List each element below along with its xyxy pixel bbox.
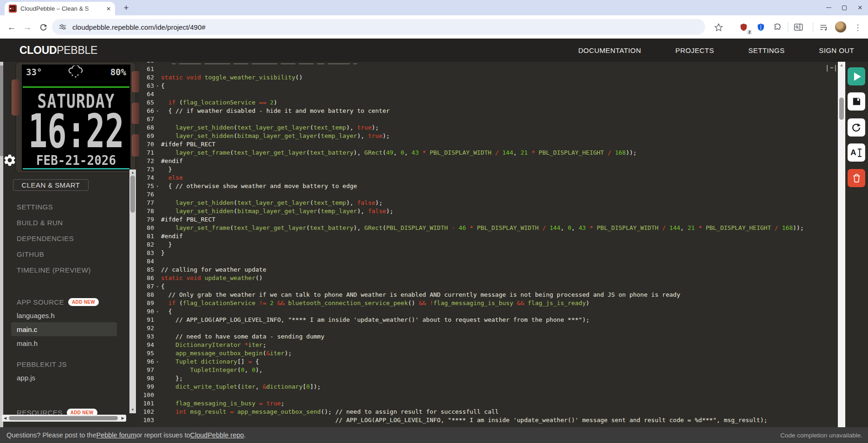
code-line[interactable]: 82 }: [139, 241, 838, 249]
editor-scrollbar-thumb[interactable]: [839, 98, 844, 120]
fold-arrow-icon[interactable]: ▾: [154, 82, 161, 90]
code-line[interactable]: 69 layer_set_hidden(bitmap_layer_get_lay…: [139, 132, 838, 140]
file-item-languages-h[interactable]: languages.h: [0, 308, 126, 322]
code-line[interactable]: 89 if (flag_locationService != 2 && blue…: [139, 299, 838, 307]
code-line[interactable]: 88 // Only grab the weather if we can ta…: [139, 291, 838, 299]
new-tab-button[interactable]: +: [121, 2, 132, 13]
code-line[interactable]: 62static void toggle_weather_visibility(…: [139, 73, 838, 82]
nav-documentation[interactable]: DOCUMENTATION: [578, 46, 641, 54]
code-line[interactable]: 72#endif: [139, 157, 838, 165]
cloudpebble-repo-link[interactable]: CloudPebble repo: [190, 431, 244, 439]
code-line[interactable]: 75▾ { // otherwise show weather and move…: [139, 182, 838, 190]
save-button[interactable]: [848, 92, 865, 111]
fold-arrow-icon[interactable]: ▾: [154, 182, 161, 190]
forward-icon[interactable]: →: [21, 21, 33, 33]
code-line[interactable]: 90▾ {: [139, 307, 838, 316]
code-line[interactable]: 64: [139, 90, 838, 98]
code-line[interactable]: 63▾{: [139, 82, 838, 90]
editor-scroll-up-icon[interactable]: ▲: [838, 63, 845, 67]
sidebar-hscrollbar-thumb[interactable]: [9, 416, 118, 420]
password-shield-icon[interactable]: [755, 21, 767, 33]
sidebar-scrollbar-thumb[interactable]: [130, 176, 135, 213]
profile-avatar[interactable]: [835, 21, 846, 33]
window-maximize-button[interactable]: [836, 0, 852, 15]
scroll-right-icon[interactable]: ▶: [122, 416, 124, 420]
page-left-scrollbar-thumb[interactable]: [0, 65, 3, 156]
fold-arrow-icon[interactable]: ▾: [154, 107, 161, 115]
fold-arrow-icon[interactable]: ▾: [154, 358, 161, 366]
code-line[interactable]: 86static void update_weather(): [139, 274, 838, 282]
code-line[interactable]: 100: [139, 391, 838, 399]
window-close-button[interactable]: ✕: [852, 0, 868, 15]
code-line[interactable]: 81#endif: [139, 232, 838, 241]
code-line[interactable]: 96▾ Tuplet dictionary[] = {: [139, 358, 838, 366]
sidebar-item-github[interactable]: GITHUB: [0, 246, 126, 262]
code-line[interactable]: 92: [139, 324, 838, 332]
code-line[interactable]: 60 _ ______ _______ ____ _______ ____ __…: [139, 62, 838, 65]
code-line[interactable]: 74 else: [139, 174, 838, 182]
code-line[interactable]: 93 // need to have some data - sending d…: [139, 332, 838, 341]
add-new-button[interactable]: ADD NEW: [68, 298, 99, 306]
fullscreen-icon[interactable]: [827, 65, 836, 72]
scroll-down-icon[interactable]: ▼: [129, 407, 136, 413]
reload-page-icon[interactable]: [37, 21, 49, 33]
code-line[interactable]: 76: [139, 190, 838, 199]
browser-tab[interactable]: CloudPebble – Clean & S ✕: [5, 2, 115, 15]
code-line[interactable]: 73 }: [139, 165, 838, 174]
back-icon[interactable]: ←: [6, 21, 18, 33]
window-minimize-button[interactable]: [821, 0, 836, 15]
nav-sign-out[interactable]: SIGN OUT: [819, 46, 854, 54]
code-line[interactable]: 98 };: [139, 374, 838, 383]
code-line[interactable]: 101 flag_messaging_is_busy = true;: [139, 399, 838, 408]
reload-file-button[interactable]: [848, 118, 865, 137]
sidebar-item-build-run[interactable]: BUILD & RUN: [0, 215, 126, 230]
code-line[interactable]: 91 // APP_LOG(APP_LOG_LEVEL_INFO, "**** …: [139, 316, 838, 324]
code-line[interactable]: 77 layer_set_hidden(text_layer_get_layer…: [139, 199, 838, 207]
scroll-left-icon[interactable]: ◀: [4, 416, 6, 420]
code-line[interactable]: 70#ifdef PBL_RECT: [139, 140, 838, 149]
cloudpebble-logo[interactable]: CLOUDPEBBLE: [19, 39, 97, 62]
code-line[interactable]: 79#ifdef PBL_RECT: [139, 215, 838, 224]
code-line[interactable]: 85// calling for weather update: [139, 266, 838, 274]
scroll-up-icon[interactable]: ▲: [129, 170, 136, 176]
rename-button[interactable]: A: [848, 143, 865, 162]
delete-button[interactable]: [848, 169, 865, 187]
code-line[interactable]: 68 layer_set_hidden(text_layer_get_layer…: [139, 124, 838, 132]
gear-icon[interactable]: [3, 153, 17, 167]
sidebar-item-dependencies[interactable]: DEPENDENCIES: [0, 230, 126, 246]
code-line[interactable]: 94 DictionaryIterator *iter;: [139, 341, 838, 349]
fold-arrow-icon[interactable]: ▾: [154, 307, 161, 316]
code-line[interactable]: 84: [139, 257, 838, 266]
tune-icon[interactable]: [58, 23, 67, 31]
code-line[interactable]: 66▾ { // if weather disabled - hide it a…: [139, 107, 838, 115]
file-item-main-c[interactable]: main.c: [11, 322, 117, 336]
code-line[interactable]: 65 if (flag_locationService == 2): [139, 98, 838, 107]
code-editor[interactable]: 60 _ ______ _______ ____ _______ ____ __…: [139, 62, 838, 427]
url-bar[interactable]: cloudpebble.repebble.com/ide/project/490…: [52, 19, 705, 35]
playlist-icon[interactable]: [817, 21, 829, 33]
code-line[interactable]: 97 TupletInteger(0, 0),: [139, 366, 838, 374]
nav-settings[interactable]: SETTINGS: [748, 46, 784, 54]
fold-arrow-icon[interactable]: ▾: [154, 282, 161, 291]
pebble-forum-link[interactable]: Pebble forum: [96, 431, 136, 439]
file-item-app-js[interactable]: app.js: [0, 371, 126, 384]
code-line[interactable]: 102 int msg_result = app_message_outbox_…: [139, 408, 838, 416]
kebab-menu-icon[interactable]: ⋮: [852, 21, 864, 33]
sidebar-horizontal-scrollbar[interactable]: ◀ ▶: [2, 415, 126, 422]
extensions-puzzle-icon[interactable]: [771, 21, 783, 33]
sidebar-search-icon[interactable]: [792, 21, 804, 33]
code-line[interactable]: 80 layer_set_frame(text_layer_get_layer(…: [139, 224, 838, 232]
tab-close-icon[interactable]: ✕: [106, 6, 111, 12]
file-item-main-h[interactable]: main.h: [0, 336, 126, 350]
code-line[interactable]: 61: [139, 65, 838, 73]
run-build-button[interactable]: [848, 67, 865, 85]
code-line[interactable]: 99 dict_write_tuplet(iter, &dictionary[0…: [139, 383, 838, 391]
sidebar-vertical-scrollbar[interactable]: ▲ ▼: [129, 169, 136, 413]
adblock-shield-icon[interactable]: 2: [738, 21, 750, 33]
bookmark-star-icon[interactable]: [713, 21, 725, 33]
code-line[interactable]: 71 layer_set_frame(text_layer_get_layer(…: [139, 149, 838, 157]
code-line[interactable]: 67: [139, 115, 838, 124]
project-name-button[interactable]: CLEAN & SMART: [13, 179, 89, 191]
code-line[interactable]: 87▾{: [139, 282, 838, 291]
code-line[interactable]: 95 app_message_outbox_begin(&iter);: [139, 349, 838, 358]
